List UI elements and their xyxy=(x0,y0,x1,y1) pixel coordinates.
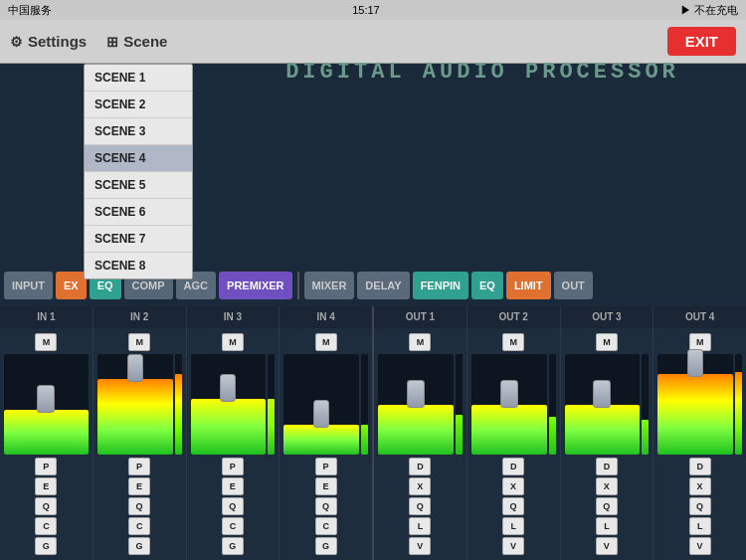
out3-m-btn[interactable]: M xyxy=(596,333,618,351)
in1-m-btn[interactable]: M xyxy=(35,333,57,351)
channel-out4: M D X Q L V xyxy=(653,328,746,560)
scene-item-2[interactable]: SCENE 2 xyxy=(85,92,192,118)
in2-g-btn[interactable]: G xyxy=(128,537,150,555)
gear-icon: ⚙ xyxy=(10,34,23,50)
out3-l-btn[interactable]: L xyxy=(596,517,618,535)
in1-g-btn[interactable]: G xyxy=(35,537,57,555)
out1-x-btn[interactable]: X xyxy=(409,477,431,495)
out2-x-btn[interactable]: X xyxy=(502,477,524,495)
in1-e-btn[interactable]: E xyxy=(35,477,57,495)
app-title: DIGITAL AUDIO PROCESSOR xyxy=(219,60,746,85)
scene-item-6[interactable]: SCENE 6 xyxy=(85,199,192,226)
in1-p-btn[interactable]: P xyxy=(35,458,57,475)
out1-m-btn[interactable]: M xyxy=(409,333,431,351)
in4-q-btn[interactable]: Q xyxy=(315,497,337,515)
in3-c-btn[interactable]: C xyxy=(222,517,244,535)
out2-d-btn[interactable]: D xyxy=(502,458,524,475)
out4-l-btn[interactable]: L xyxy=(689,517,711,535)
out4-q-btn[interactable]: Q xyxy=(689,497,711,515)
out2-v-btn[interactable]: V xyxy=(502,537,524,555)
status-bar: 中国服务 15:17 ▶ 不在充电 xyxy=(0,0,746,20)
out1-v-btn[interactable]: V xyxy=(409,537,431,555)
scene-label: Scene xyxy=(123,33,167,50)
scene-item-1[interactable]: SCENE 1 xyxy=(85,65,192,92)
settings-nav[interactable]: ⚙ Settings xyxy=(10,33,87,50)
in2-c-btn[interactable]: C xyxy=(128,517,150,535)
in2-m-btn[interactable]: M xyxy=(128,333,150,351)
out3-x-btn[interactable]: X xyxy=(596,477,618,495)
out2-m-btn[interactable]: M xyxy=(502,333,524,351)
in4-e-btn[interactable]: E xyxy=(315,477,337,495)
settings-label: Settings xyxy=(28,33,87,50)
channel-out1: M D X Q L V xyxy=(374,328,467,560)
battery-label: ▶ 不在充电 xyxy=(680,3,738,18)
channel-in1: M P E Q C G xyxy=(0,328,93,560)
scene-item-3[interactable]: SCENE 3 xyxy=(85,118,192,145)
out4-header: OUT 4 xyxy=(653,306,746,328)
out2-header: OUT 2 xyxy=(467,306,561,328)
scene-item-4[interactable]: SCENE 4 xyxy=(85,145,192,172)
in3-header: IN 3 xyxy=(187,306,280,328)
in1-c-btn[interactable]: C xyxy=(35,517,57,535)
out4-v-btn[interactable]: V xyxy=(689,537,711,555)
in3-e-btn[interactable]: E xyxy=(222,477,244,495)
out1-l-btn[interactable]: L xyxy=(409,517,431,535)
channel-out3: M D X Q L V xyxy=(561,328,654,560)
channel-headers: IN 1 IN 2 IN 3 IN 4 OUT 1 OUT 2 OUT 3 OU… xyxy=(0,306,746,328)
out1-q-btn[interactable]: Q xyxy=(409,497,431,515)
in3-m-btn[interactable]: M xyxy=(222,333,244,351)
channels-row: M P E Q C G M xyxy=(0,328,746,560)
out2-l-btn[interactable]: L xyxy=(502,517,524,535)
in3-q-btn[interactable]: Q xyxy=(222,497,244,515)
out3-d-btn[interactable]: D xyxy=(596,458,618,475)
mixer-section: IN 1 IN 2 IN 3 IN 4 OUT 1 OUT 2 OUT 3 OU… xyxy=(0,306,746,560)
mixer-button[interactable]: MIXER xyxy=(304,272,355,299)
scene-item-5[interactable]: SCENE 5 xyxy=(85,172,192,199)
out3-q-btn[interactable]: Q xyxy=(596,497,618,515)
top-nav: ⚙ Settings ⊞ Scene EXIT xyxy=(0,20,746,64)
in3-p-btn[interactable]: P xyxy=(222,458,244,475)
limit-button[interactable]: LIMIT xyxy=(506,272,551,299)
out3-header: OUT 3 xyxy=(561,306,654,328)
premixer-button[interactable]: PREMIXER xyxy=(219,272,291,299)
scene-dropdown: SCENE 1 SCENE 2 SCENE 3 SCENE 4 SCENE 5 … xyxy=(84,64,193,280)
in4-c-btn[interactable]: C xyxy=(315,517,337,535)
input-button[interactable]: INPUT xyxy=(4,272,53,299)
fenpin-button[interactable]: FENPIN xyxy=(413,272,468,299)
channel-in3: M P E Q C G xyxy=(187,328,280,560)
in4-g-btn[interactable]: G xyxy=(315,537,337,555)
time-label: 15:17 xyxy=(352,4,380,16)
channel-in4: M P E Q C G xyxy=(280,328,374,560)
in2-p-btn[interactable]: P xyxy=(128,458,150,475)
out1-d-btn[interactable]: D xyxy=(409,458,431,475)
out-button[interactable]: OUT xyxy=(554,272,593,299)
exit-button[interactable]: EXIT xyxy=(667,27,736,56)
in2-q-btn[interactable]: Q xyxy=(128,497,150,515)
scene-item-7[interactable]: SCENE 7 xyxy=(85,226,192,253)
out4-d-btn[interactable]: D xyxy=(689,458,711,475)
in1-q-btn[interactable]: Q xyxy=(35,497,57,515)
in1-header: IN 1 xyxy=(0,306,93,328)
in2-header: IN 2 xyxy=(93,306,187,328)
in4-header: IN 4 xyxy=(280,306,372,328)
carrier-label: 中国服务 xyxy=(8,3,52,18)
out2-q-btn[interactable]: Q xyxy=(502,497,524,515)
ex-button[interactable]: EX xyxy=(56,272,87,299)
scene-item-8[interactable]: SCENE 8 xyxy=(85,253,192,279)
in4-p-btn[interactable]: P xyxy=(315,458,337,475)
delay-button[interactable]: DELAY xyxy=(357,272,409,299)
in4-m-btn[interactable]: M xyxy=(315,333,337,351)
channel-in2: M P E Q C G xyxy=(93,328,187,560)
grid-icon: ⊞ xyxy=(106,34,118,50)
out1-header: OUT 1 xyxy=(374,306,467,328)
in2-e-btn[interactable]: E xyxy=(128,477,150,495)
out4-x-btn[interactable]: X xyxy=(689,477,711,495)
divider-1 xyxy=(297,272,299,299)
channel-out2: M D X Q L V xyxy=(467,328,561,560)
scene-nav[interactable]: ⊞ Scene xyxy=(106,33,167,50)
in3-g-btn[interactable]: G xyxy=(222,537,244,555)
eq2-button[interactable]: EQ xyxy=(471,272,503,299)
out3-v-btn[interactable]: V xyxy=(596,537,618,555)
